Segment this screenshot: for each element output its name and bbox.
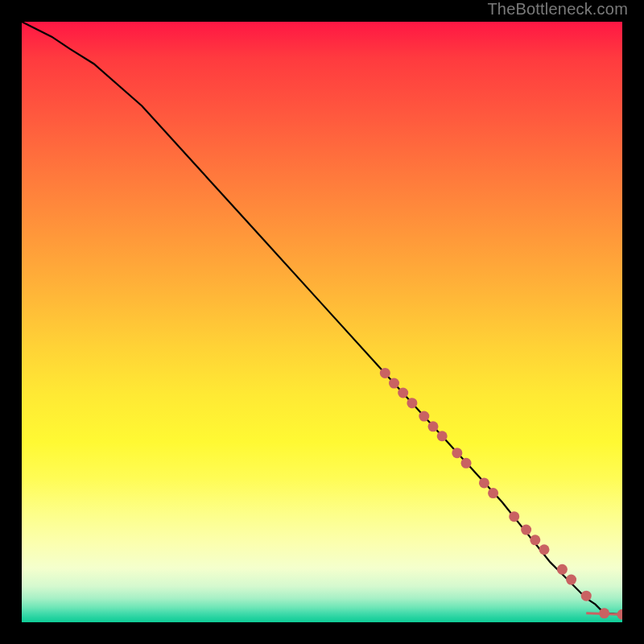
data-point	[509, 511, 519, 522]
data-point	[398, 388, 408, 398]
data-point	[419, 411, 429, 422]
data-point	[389, 378, 399, 389]
data-point	[599, 608, 609, 618]
data-point	[428, 421, 439, 431]
data-point	[557, 564, 568, 575]
data-point	[461, 458, 472, 469]
data-point	[407, 398, 417, 408]
data-point	[521, 525, 531, 535]
data-point	[488, 488, 498, 498]
watermark-text: TheBottleneck.com	[487, 0, 628, 19]
data-point	[617, 609, 623, 620]
data-point	[380, 368, 390, 378]
bottleneck-curve	[22, 22, 622, 614]
data-point	[452, 448, 462, 458]
highlight-dots	[380, 368, 622, 620]
data-point	[530, 535, 540, 545]
data-point	[479, 477, 489, 488]
data-point	[566, 575, 576, 585]
chart-plot-area	[22, 22, 622, 622]
data-point	[581, 591, 592, 601]
data-point	[437, 431, 448, 441]
chart-svg	[22, 22, 622, 622]
data-point	[539, 544, 550, 555]
